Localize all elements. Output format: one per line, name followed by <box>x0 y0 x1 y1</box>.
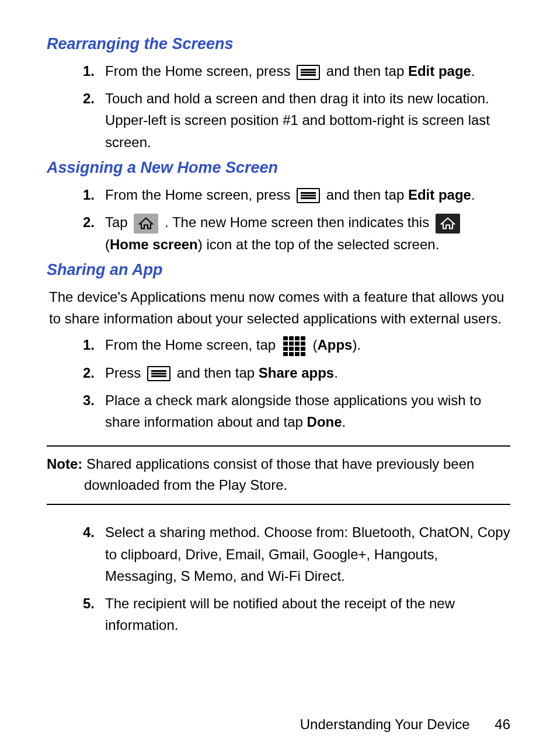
menu-icon <box>147 366 170 381</box>
list-text: Select a sharing method. Choose from: Bl… <box>105 521 510 587</box>
list-item: 2. Touch and hold a screen and then drag… <box>82 88 510 153</box>
list-assigning: 1. From the Home screen, press and then … <box>47 184 510 255</box>
text-fragment: Tap <box>105 214 131 230</box>
list-number: 1. <box>82 60 105 82</box>
list-text: From the Home screen, press and then tap… <box>105 60 510 82</box>
paragraph: The device's Applications menu now comes… <box>47 286 510 329</box>
list-rearranging: 1. From the Home screen, press and then … <box>47 60 510 153</box>
list-sharing: 1. From the Home screen, tap (Apps). 2. … <box>47 334 510 433</box>
list-item: 2. Tap . The new Home screen then indica… <box>82 211 510 255</box>
menu-icon <box>297 65 320 80</box>
bold-text: Share apps <box>259 365 334 381</box>
list-number: 1. <box>82 334 105 356</box>
list-number: 3. <box>82 389 105 411</box>
note-text: Shared applications consist of those tha… <box>82 456 474 493</box>
text-fragment: ( <box>105 236 110 252</box>
text-fragment: and then tap <box>326 187 408 203</box>
text-fragment: and then tap <box>326 63 408 79</box>
list-item: 1. From the Home screen, press and then … <box>82 60 510 82</box>
text-fragment: Press <box>105 365 145 381</box>
text-fragment: . The new Home screen then indicates thi… <box>165 214 433 230</box>
text-fragment: Place a check mark alongside those appli… <box>105 392 481 430</box>
home-icon <box>134 214 158 234</box>
list-text: Place a check mark alongside those appli… <box>105 389 510 433</box>
text-fragment: ). <box>352 337 361 353</box>
list-text: The recipient will be notified about the… <box>105 593 510 636</box>
list-item: 3. Place a check mark alongside those ap… <box>82 389 510 433</box>
footer-page-number: 46 <box>495 716 510 732</box>
bold-text: Edit page <box>408 187 471 203</box>
bold-text: Home screen <box>110 236 198 252</box>
list-text: From the Home screen, press and then tap… <box>105 184 510 205</box>
footer-chapter: Understanding Your Device <box>300 716 470 732</box>
list-number: 2. <box>82 211 105 233</box>
text-fragment: From the Home screen, press <box>105 63 294 79</box>
note-block: Note: Shared applications consist of tho… <box>47 445 510 505</box>
list-sharing-cont: 4. Select a sharing method. Choose from:… <box>47 521 510 636</box>
home-icon-dark <box>436 214 460 234</box>
list-text: Press and then tap Share apps. <box>105 362 510 384</box>
list-number: 5. <box>82 593 105 614</box>
text-fragment: ) icon at the top of the selected screen… <box>198 236 440 252</box>
text-fragment: From the Home screen, press <box>105 187 294 203</box>
list-item: 4. Select a sharing method. Choose from:… <box>82 521 510 587</box>
bold-text: Apps <box>317 337 352 353</box>
page-footer: Understanding Your Device 46 <box>300 716 510 733</box>
list-item: 1. From the Home screen, press and then … <box>82 184 510 205</box>
note-label: Note: <box>47 456 82 472</box>
text-fragment: . <box>471 63 475 79</box>
text-fragment: . <box>342 414 346 430</box>
list-text: Touch and hold a screen and then drag it… <box>105 88 510 153</box>
list-item: 2. Press and then tap Share apps. <box>82 362 510 384</box>
list-item: 5. The recipient will be notified about … <box>82 593 510 636</box>
list-text: From the Home screen, tap (Apps). <box>105 334 510 356</box>
section-heading-sharing: Sharing an App <box>47 261 510 279</box>
list-item: 1. From the Home screen, tap (Apps). <box>82 334 510 356</box>
list-number: 2. <box>82 88 105 109</box>
section-heading-assigning: Assigning a New Home Screen <box>47 159 510 177</box>
list-number: 2. <box>82 362 105 384</box>
list-text: Tap . The new Home screen then indicates… <box>105 211 510 255</box>
text-fragment: and then tap <box>177 365 259 381</box>
list-number: 4. <box>82 521 105 543</box>
bold-text: Done <box>307 414 342 430</box>
text-fragment: . <box>471 187 475 203</box>
menu-icon <box>297 188 320 203</box>
bold-text: Edit page <box>408 63 471 79</box>
text-fragment: . <box>334 365 338 381</box>
section-heading-rearranging: Rearranging the Screens <box>47 35 510 53</box>
apps-icon <box>283 336 305 356</box>
text-fragment: From the Home screen, tap <box>105 337 280 353</box>
list-number: 1. <box>82 184 105 205</box>
